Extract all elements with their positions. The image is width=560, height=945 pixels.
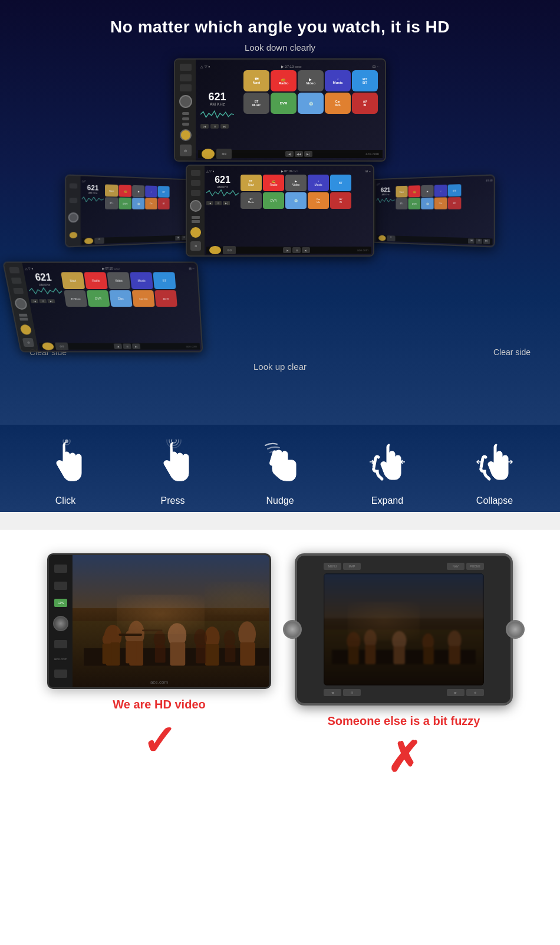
gesture-expand: Expand bbox=[364, 437, 411, 506]
press-label: Press bbox=[161, 496, 185, 506]
comparison-section: GPS ace.com bbox=[0, 530, 560, 802]
collapse-label: Collapse bbox=[476, 496, 513, 506]
svg-point-8 bbox=[102, 634, 111, 645]
radio-freq-large: 621 bbox=[200, 91, 234, 102]
comparison-hd: GPS ace.com bbox=[47, 553, 271, 778]
svg-rect-30 bbox=[348, 646, 358, 664]
expand-label: Expand bbox=[371, 496, 403, 506]
nudge-label: Nudge bbox=[266, 496, 294, 506]
hd-checkmark: ✓ bbox=[142, 720, 177, 762]
collapse-icon bbox=[471, 437, 518, 490]
nudge-icon bbox=[256, 437, 304, 490]
svg-rect-38 bbox=[449, 645, 460, 664]
expand-icon bbox=[364, 437, 411, 490]
device-center-top: ⚙ △ ▽ ♦ ▶ 07:10 ▭▭ ⊟ ← 621 bbox=[12, 58, 548, 162]
spacer bbox=[0, 512, 560, 530]
svg-rect-32 bbox=[365, 645, 375, 664]
label-look-up: Look up clear bbox=[12, 362, 548, 372]
svg-rect-9 bbox=[102, 644, 111, 664]
svg-rect-25 bbox=[196, 645, 206, 664]
vw-knob-right bbox=[506, 620, 525, 639]
svg-rect-36 bbox=[423, 647, 434, 664]
hd-label: We are HD video bbox=[113, 698, 205, 711]
svg-rect-13 bbox=[126, 641, 136, 664]
gesture-click: Click bbox=[42, 437, 89, 506]
fuzzy-label: Someone else is a bit fuzzy bbox=[328, 714, 480, 728]
radio-band-large: AM KHz bbox=[200, 102, 234, 106]
svg-rect-34 bbox=[393, 646, 405, 664]
gesture-press: Press bbox=[149, 437, 196, 506]
click-label: Click bbox=[55, 496, 76, 506]
label-look-down: Look down clearly bbox=[12, 42, 548, 52]
device-top: ⚙ △ ▽ ♦ ▶ 07:10 ▭▭ ⊟ ← 621 bbox=[174, 58, 386, 162]
svg-point-2 bbox=[172, 439, 176, 443]
device-bottom: ⚙ △ ▽ ♦ ▶ 07:10 ▭▭ ⊟ ← 621 AM KHz bbox=[2, 261, 558, 352]
svg-rect-17 bbox=[170, 642, 185, 666]
gestures-section: Click Press Nudge bbox=[0, 425, 560, 512]
hd-title: No matter which angle you watch, it is H… bbox=[12, 18, 548, 37]
svg-point-0 bbox=[65, 439, 68, 443]
svg-rect-23 bbox=[154, 645, 165, 663]
vw-knob-left bbox=[283, 620, 302, 639]
device-fuzzy-frame: MENU MAP NAV PHONE bbox=[295, 553, 513, 706]
comparison-row: GPS ace.com bbox=[18, 553, 542, 778]
fuzzy-crossmark: ✗ bbox=[387, 737, 421, 778]
device-hd-frame: GPS ace.com bbox=[47, 553, 271, 689]
click-icon bbox=[42, 437, 89, 490]
svg-rect-21 bbox=[240, 642, 255, 666]
device-left: △▽ 07:10 621 AM KHz bbox=[65, 174, 196, 247]
hd-section: No matter which angle you watch, it is H… bbox=[0, 0, 560, 425]
svg-rect-19 bbox=[205, 644, 219, 666]
device-right: △▽ 07:10 621 AM KHz bbox=[364, 174, 495, 247]
svg-point-3 bbox=[169, 439, 179, 445]
gesture-collapse: Collapse bbox=[471, 437, 518, 506]
gesture-nudge: Nudge bbox=[256, 437, 304, 506]
device-center-mid: ⚙ △ ▽ ♦ ▶ 07:10 ▭▭ ⊟ ← 621 bbox=[186, 165, 374, 257]
comparison-fuzzy: MENU MAP NAV PHONE bbox=[295, 553, 513, 778]
svg-rect-27 bbox=[225, 645, 235, 662]
press-icon bbox=[149, 437, 196, 490]
